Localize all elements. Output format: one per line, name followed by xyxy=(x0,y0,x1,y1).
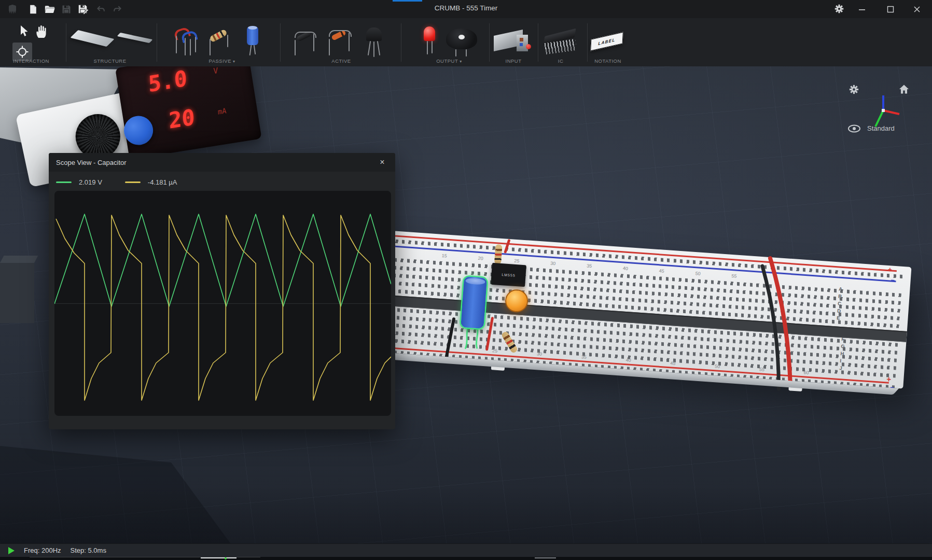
current-value-label: -4.181 µA xyxy=(148,178,177,186)
ribbon-separator xyxy=(280,23,281,62)
scope-window-header[interactable]: Scope View - Capacitor × xyxy=(49,153,395,172)
legend-item-current: -4.181 µA xyxy=(125,178,177,186)
dropdown-caret-icon: ▾ xyxy=(233,59,235,64)
capacitor-lead-wire xyxy=(465,328,468,348)
capacitor-item[interactable] xyxy=(244,25,262,57)
voltage-unit: V xyxy=(213,66,218,76)
background-block xyxy=(0,262,34,323)
timer-ic-555[interactable]: LM555 xyxy=(491,263,526,287)
new-file-button[interactable] xyxy=(27,3,39,16)
breadboard-strip-item[interactable] xyxy=(70,30,114,47)
redo-button[interactable] xyxy=(111,3,123,16)
group-label-notation: NOTATION xyxy=(594,58,621,64)
ribbon-separator xyxy=(157,23,157,62)
save-button[interactable] xyxy=(60,3,73,16)
ribbon-separator xyxy=(489,23,490,62)
eye-icon[interactable] xyxy=(847,123,861,134)
group-label-structure: STRUCTURE xyxy=(93,58,126,64)
scope-window-title: Scope View - Capacitor xyxy=(56,159,127,166)
power-supply-display: 5.0 V 20 mA xyxy=(115,66,262,159)
group-label-ic: IC xyxy=(558,58,564,64)
led-item[interactable] xyxy=(421,26,438,57)
legend-item-voltage: 2.019 V xyxy=(56,178,102,186)
close-button[interactable] xyxy=(905,0,929,18)
group-label-passive[interactable]: PASSIVE▾ xyxy=(209,58,235,64)
titlebar-accent xyxy=(393,0,422,2)
group-label-interaction: INTERACTION xyxy=(13,58,49,64)
buzzer-item[interactable] xyxy=(446,29,478,57)
app-logo-icon xyxy=(6,3,19,16)
zener-diode-item[interactable] xyxy=(328,27,352,57)
step-readout: Step: 5.0ms xyxy=(71,547,106,554)
bus-strip-item[interactable] xyxy=(117,33,153,43)
minimize-button[interactable] xyxy=(850,0,874,18)
group-label-active: ACTIVE xyxy=(331,58,351,64)
undo-button[interactable] xyxy=(95,3,107,16)
resistor-item[interactable] xyxy=(207,29,230,57)
voltage-trace-swatch xyxy=(56,181,72,183)
save-as-button[interactable] xyxy=(77,3,89,16)
power-supply-item[interactable] xyxy=(494,30,535,57)
transistor-item[interactable] xyxy=(364,27,385,58)
ribbon-separator xyxy=(587,23,588,62)
scene-settings-button[interactable] xyxy=(847,83,860,95)
dip-chip-item[interactable] xyxy=(544,31,579,57)
play-button[interactable] xyxy=(8,547,15,554)
background-window-highlight xyxy=(535,557,556,558)
view-mode-label[interactable]: Standard xyxy=(867,124,895,132)
simulation-status: Freq: 200Hz Step: 5.0ms xyxy=(24,547,106,554)
voltage-readout: 5.0 xyxy=(147,66,188,97)
current-trace-swatch xyxy=(125,181,141,183)
scope-close-button[interactable]: × xyxy=(373,153,391,172)
open-folder-button[interactable] xyxy=(44,3,56,16)
scope-legend: 2.019 V -4.181 µA xyxy=(56,176,177,188)
settings-gear-button[interactable] xyxy=(833,3,845,15)
status-bar: Freq: 200Hz Step: 5.0ms xyxy=(0,543,932,557)
board-mount-tab xyxy=(788,383,802,391)
crumb-app-window: CRUMB - 555 Timer INTERACTION STRUCT xyxy=(0,0,932,560)
label-tag-text: LABEL xyxy=(598,37,616,46)
capacitor-component-selected[interactable] xyxy=(461,276,487,329)
bottom-edge-strip xyxy=(0,557,932,560)
current-readout: 20 xyxy=(168,104,196,134)
select-cursor-tool[interactable] xyxy=(18,24,30,40)
axis-gizmo[interactable] xyxy=(865,92,901,129)
black-rail-wire[interactable] xyxy=(754,266,787,389)
group-label-output[interactable]: OUTPUT▾ xyxy=(436,58,462,64)
pan-hand-tool[interactable] xyxy=(34,24,48,41)
title-bar[interactable]: CRUMB - 555 Timer xyxy=(0,0,932,18)
window-title: CRUMB - 555 Timer xyxy=(0,4,932,12)
dropdown-caret-icon: ▾ xyxy=(460,59,462,64)
scope-traces xyxy=(54,191,391,416)
ribbon-separator xyxy=(538,23,538,62)
background-window-highlight xyxy=(201,557,237,558)
maximize-button[interactable] xyxy=(879,0,902,18)
viewport-bottom-fade xyxy=(0,486,932,543)
group-label-input: INPUT xyxy=(506,58,522,64)
current-unit: mA xyxy=(217,106,226,116)
jumper-wires-item[interactable] xyxy=(174,27,197,57)
board-mount-tab xyxy=(491,362,505,371)
scope-plot-area xyxy=(54,191,391,416)
scope-window: Scope View - Capacitor × 2.019 V -4.181 … xyxy=(49,153,395,429)
ic-label: LM555 xyxy=(502,273,516,277)
scope-trace-capacitor-current xyxy=(56,215,391,400)
capacitor-lead-wire xyxy=(476,328,479,348)
label-tag-item[interactable]: LABEL xyxy=(590,32,623,51)
ribbon-separator xyxy=(66,23,66,62)
ribbon-separator xyxy=(401,23,401,62)
voltage-value-label: 2.019 V xyxy=(79,178,102,186)
background-green-dot xyxy=(225,557,227,559)
resistor-component[interactable] xyxy=(494,244,503,264)
diode-item[interactable] xyxy=(294,29,317,57)
ribbon-toolbar: INTERACTION STRUCTURE PASSIVE▾ xyxy=(0,18,932,67)
freq-readout: Freq: 200Hz xyxy=(24,547,61,554)
